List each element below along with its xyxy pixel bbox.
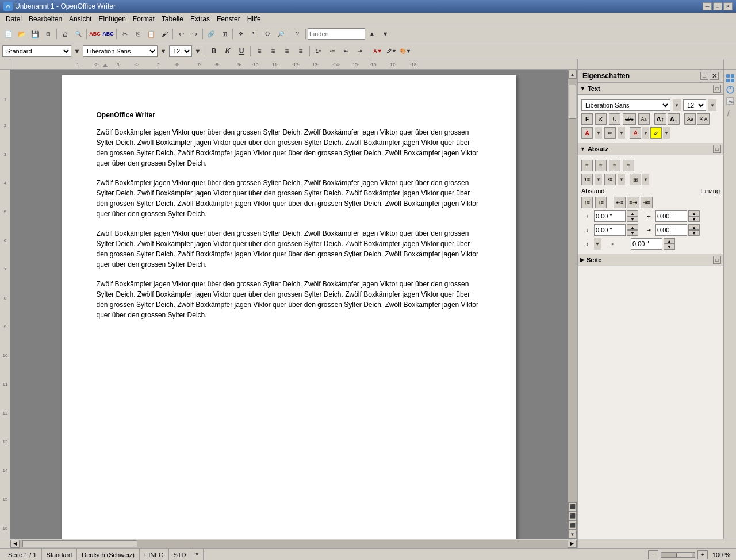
panel-align-center-btn[interactable]: ≡	[595, 160, 607, 171]
panel-space-below-down[interactable]: ▼	[627, 230, 638, 236]
indent-less-button[interactable]: ⇤	[340, 45, 352, 57]
panel-char-shrink-btn[interactable]: A↓	[668, 113, 680, 125]
char-map-button[interactable]: Ω	[261, 28, 274, 40]
autocorrect-button[interactable]: ABC	[102, 28, 114, 40]
font-dropdown-btn[interactable]: ▼	[159, 45, 168, 57]
panel-char-grow-btn[interactable]: A↑	[654, 113, 666, 125]
text-section-expand[interactable]: □	[713, 85, 721, 93]
menu-bearbeiten[interactable]: Bearbeiten	[25, 14, 66, 24]
paragraph-1[interactable]: Zwölf Boxkämpfer jagen Viktor quer über …	[97, 127, 482, 168]
paste-button[interactable]: 📋	[145, 28, 158, 40]
redo-button[interactable]: ↪	[188, 28, 201, 40]
menu-fenster[interactable]: Fenster	[213, 14, 244, 24]
panel-font-color-a-btn[interactable]: A	[581, 127, 593, 139]
paragraph-4[interactable]: Zwölf Boxkämpfer jagen Viktor quer über …	[97, 279, 482, 320]
spellcheck-button[interactable]: ABC	[89, 28, 101, 40]
panel-align-left-btn[interactable]: ≡	[581, 160, 593, 171]
new-button[interactable]: 📄	[2, 28, 15, 40]
panel-superscript-btn[interactable]: Aa	[638, 113, 650, 125]
panel-indent-left-input[interactable]	[656, 210, 687, 222]
align-center-button[interactable]: ≡	[267, 45, 279, 57]
scroll-left-button[interactable]: ◀	[10, 540, 20, 548]
background-color-button[interactable]: 🎨▼	[399, 45, 412, 57]
menu-extras[interactable]: Extras	[187, 14, 213, 24]
help-button[interactable]: ?	[291, 28, 304, 40]
bullets-button[interactable]: •≡	[326, 45, 339, 57]
menu-tabelle[interactable]: Tabelle	[158, 14, 187, 24]
scroll-extra-1[interactable]: ⬛	[568, 502, 577, 511]
panel-indent-right-down[interactable]: ▼	[688, 230, 700, 236]
panel-strikethrough-btn[interactable]: abc	[623, 113, 636, 125]
menu-einfuegen[interactable]: Einfügen	[95, 14, 129, 24]
scroll-track[interactable]	[568, 79, 577, 502]
sidebar-icon-1[interactable]	[725, 73, 735, 83]
panel-italic-btn[interactable]: K	[595, 113, 607, 125]
scroll-extra-2[interactable]: ⬛	[568, 511, 577, 520]
panel-list-bullet-dropdown[interactable]: ▼	[618, 174, 625, 185]
paragraph-2[interactable]: Zwölf Boxkämpfer jagen Viktor quer über …	[97, 178, 482, 219]
panel-space-below-input[interactable]	[594, 224, 626, 236]
panel-space-below-btn[interactable]: ↓≡	[595, 197, 607, 208]
document-scroll-area[interactable]: OpenOffice Writer Zwölf Boxkämpfer jagen…	[10, 70, 568, 539]
bold-button[interactable]: B	[208, 45, 220, 57]
format-paintbrush[interactable]: 🖌	[158, 28, 171, 40]
highlight-color-button[interactable]: 🖊▼	[385, 45, 398, 57]
panel-list-bullet-btn[interactable]: •≡	[604, 174, 616, 185]
panel-font-color-dropdown[interactable]: ▼	[595, 127, 602, 139]
open-button[interactable]: 📂	[16, 28, 28, 40]
scroll-up-button[interactable]: ▲	[568, 70, 577, 79]
align-right-button[interactable]: ≡	[281, 45, 293, 57]
panel-indent-bg-btn[interactable]: ⊞	[630, 174, 641, 185]
panel-expand-btn[interactable]: □	[700, 72, 708, 80]
vertical-scrollbar[interactable]: ▲ ⬛ ⬛ ⬛ ▼	[568, 70, 577, 539]
absatz-section-header[interactable]: ▼ Absatz □	[578, 143, 723, 155]
panel-space-above-input[interactable]	[594, 210, 626, 222]
panel-highlight2-btn[interactable]: 🖊	[650, 127, 662, 139]
absatz-section-expand[interactable]: □	[713, 145, 721, 153]
table-button[interactable]: ⊞	[218, 28, 231, 40]
panel-list-num-btn[interactable]: 1≡	[581, 174, 593, 185]
close-button[interactable]: ✕	[723, 2, 733, 10]
font-color-button[interactable]: A▼	[371, 45, 384, 57]
panel-indent-first-btn[interactable]: ⇥≡	[641, 197, 653, 208]
copy-button[interactable]: ⎘	[132, 28, 144, 40]
find-input[interactable]	[308, 28, 365, 40]
paragraph-style-select[interactable]: Standard	[2, 45, 71, 57]
panel-space-below-up[interactable]: ▲	[627, 224, 638, 230]
scroll-right-button[interactable]: ▶	[568, 540, 577, 548]
panel-font-dropdown[interactable]: ▼	[673, 99, 681, 111]
zoom-in-button[interactable]: +	[697, 550, 708, 559]
find-prev-button[interactable]: ▲	[366, 28, 378, 40]
panel-char-case-btn[interactable]: Aa	[684, 113, 696, 125]
panel-indent-left-btn[interactable]: ⇤≡	[614, 197, 626, 208]
menu-format[interactable]: Format	[129, 14, 158, 24]
find-next-button[interactable]: ▼	[379, 28, 392, 40]
panel-underline-btn[interactable]: U	[609, 113, 620, 125]
panel-bold-btn[interactable]: F	[581, 113, 593, 125]
sidebar-icon-3[interactable]: Aa	[725, 96, 735, 106]
panel-first-indent-input[interactable]	[631, 238, 662, 250]
hscroll-thumb[interactable]	[22, 540, 137, 547]
document-content[interactable]: OpenOffice Writer Zwölf Boxkämpfer jagen…	[97, 110, 482, 320]
size-dropdown-btn[interactable]: ▼	[193, 45, 202, 57]
horizontal-scrollbar[interactable]: ◀ ▶	[10, 539, 577, 548]
panel-space-above-btn[interactable]: ↑≡	[581, 197, 593, 208]
panel-bg-color-btn[interactable]: A	[630, 127, 641, 139]
panel-font-select[interactable]: Liberation Sans	[581, 99, 670, 111]
text-section-header[interactable]: ▼ Text □	[578, 83, 723, 95]
font-size-select[interactable]: 12	[169, 45, 192, 57]
panel-indent-right-btn[interactable]: ≡⇥	[627, 197, 639, 208]
sidebar-icon-4[interactable]: ƒ	[725, 108, 735, 118]
zoom-out-button[interactable]: −	[648, 550, 658, 559]
zoom-slider[interactable]	[661, 552, 695, 558]
scroll-extra-3[interactable]: ⬛	[568, 520, 577, 530]
panel-linespace-dropdown[interactable]: ▼	[594, 238, 601, 250]
indent-more-button[interactable]: ⇥	[354, 45, 366, 57]
scroll-thumb[interactable]	[569, 85, 576, 119]
panel-list-num-dropdown[interactable]: ▼	[595, 174, 602, 185]
panel-indent-left-down[interactable]: ▼	[688, 216, 700, 222]
panel-highlight-btn[interactable]: ✏	[604, 127, 616, 139]
panel-indent-right-up[interactable]: ▲	[688, 224, 700, 230]
panel-highlight-dropdown[interactable]: ▼	[618, 127, 625, 139]
font-name-select[interactable]: Liberation Sans	[83, 45, 158, 57]
